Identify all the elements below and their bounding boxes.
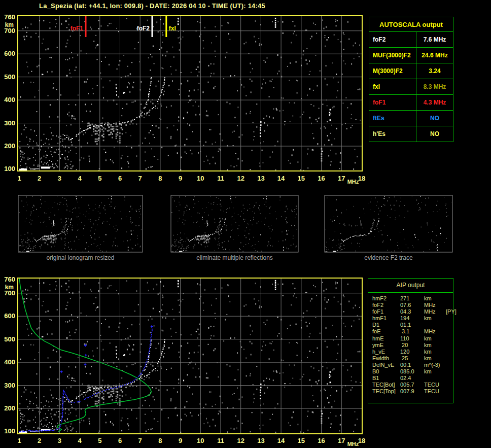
aip-extra-cell (446, 382, 453, 388)
ionogram-scatter-layer (19, 280, 361, 434)
aip-label-cell: foF1 (372, 308, 400, 315)
x-tick-label: 17 (338, 175, 345, 182)
aip-label-cell: DelN_vE (372, 362, 400, 368)
x-tick-label: 8 (158, 437, 162, 444)
aip-row-b1: B102.4 (368, 375, 453, 382)
aip-label-cell: hmF1 (372, 315, 400, 322)
x-tick-label: 18 (358, 437, 365, 444)
x-tick-label: 8 (158, 175, 162, 182)
aip-extra-cell (446, 322, 453, 328)
aip-value-cell: 194 (400, 315, 424, 322)
autoscala-value-cell: NO (416, 126, 453, 142)
autoscala-label-cell: foF2 (369, 32, 416, 47)
autoscala-value-cell: 8.3 MHz (416, 79, 453, 94)
x-tick-label: 16 (318, 175, 325, 182)
profile-plot: 760700600500400300200100km12345678910111… (4, 275, 365, 447)
aip-row-delnve: DelN_vE00.1m^(-3) (368, 362, 453, 368)
y-axis-unit-label: km (5, 21, 14, 28)
aip-unit-cell: MHz (424, 302, 446, 308)
aip-extra-cell (446, 349, 453, 355)
thumbnail-plot-2 (324, 195, 452, 253)
aip-table-rows: hmF2271kmfoF207.6MHzfoF104.3MHz[PY]hmF11… (368, 293, 453, 395)
x-tick-label: 13 (257, 175, 264, 182)
y-tick-label: 100 (4, 165, 15, 173)
y-tick-label: 400 (4, 96, 15, 104)
y-tick-label: 300 (4, 119, 15, 127)
aip-value-cell: 120 (400, 349, 424, 355)
thumbnail-caption-f2trace: evidence F2 trace (325, 254, 452, 261)
plot-grid (18, 279, 362, 433)
y-tick-label: 760 (4, 275, 15, 283)
fxi-marker-line (165, 16, 167, 37)
autoscala-value-cell: 4.3 MHz (416, 95, 453, 110)
aip-value-cell: 005.7 (400, 382, 424, 388)
aip-row-b0: B0085.0km (368, 368, 453, 375)
x-axis-unit-label: MHz (347, 179, 359, 185)
aip-value-cell: 25 (400, 355, 424, 362)
x-tick-label: 10 (197, 437, 204, 444)
aip-unit-cell: TECU (424, 382, 446, 388)
autoscala-row-fof2: foF27.6 MHz (369, 32, 453, 47)
aip-row-fof2: foF207.6MHz (368, 302, 453, 308)
thumbnail-border (171, 195, 298, 252)
x-tick-label: 2 (38, 437, 41, 444)
aip-extra-cell (446, 388, 453, 395)
ionogram-scatter-layer (19, 18, 361, 171)
y-tick-label: 500 (4, 335, 15, 343)
aip-unit-cell: km (424, 315, 446, 322)
autoscala-row-hes: h'EsNO (369, 126, 453, 142)
thumbnail-caption-reflections: eliminate multiple reflections (171, 254, 298, 261)
aip-row-foe: foE 3.1MHz (368, 328, 453, 335)
aip-label-cell: foF2 (372, 302, 400, 308)
plot-grid (18, 16, 362, 170)
aip-value-cell: 271 (400, 295, 424, 302)
y-tick-label: 400 (4, 358, 15, 366)
fof2-marker-line (152, 16, 153, 37)
aip-label-cell: foE (372, 328, 400, 335)
aip-label-cell: ymE (372, 342, 400, 349)
aip-output-table: AIP output hmF2271kmfoF207.6MHzfoF104.3M… (368, 278, 453, 403)
x-tick-label: 15 (298, 437, 305, 444)
fxi-marker-label: fxI (169, 25, 176, 32)
x-tick-label: 6 (118, 175, 122, 182)
aip-unit-cell: TECU (424, 388, 446, 395)
aip-label-cell: TEC[Top] (372, 388, 400, 395)
x-tick-label: 14 (277, 175, 285, 182)
x-tick-label: 11 (217, 175, 224, 182)
aip-label-cell: hmF2 (372, 295, 400, 302)
x-tick-label: 12 (237, 175, 244, 182)
autoscala-label-cell: M(3000)F2 (369, 63, 416, 79)
aip-extra-cell (446, 328, 453, 335)
aip-value-cell: 085.0 (400, 368, 424, 375)
aip-row-ewidth: Ewidth 25km (368, 355, 453, 362)
restored-trace-blue-layer (19, 325, 153, 432)
aip-row-hme: hmE110km (368, 335, 453, 342)
aip-extra-cell (446, 335, 453, 342)
aip-label-cell: D1 (372, 322, 400, 328)
thumbnail-plot-1 (170, 195, 298, 254)
y-tick-label: 300 (4, 382, 15, 389)
aip-unit-cell (424, 375, 446, 382)
aip-value-cell: 04.3 (400, 308, 424, 315)
aip-row-yme: ymE 20km (368, 342, 453, 349)
aip-extra-cell (446, 375, 453, 382)
aip-value-cell: 07.6 (400, 302, 424, 308)
autoscala-table-title: AUTOSCALA output (369, 17, 453, 32)
aip-row-hmf2: hmF2271km (368, 295, 453, 302)
aip-extra-cell: [PY] (446, 308, 457, 315)
autoscala-label-cell: foF1 (369, 95, 416, 110)
x-axis-unit-label: MHz (347, 441, 359, 447)
aip-value-cell: 3.1 (400, 328, 424, 335)
aip-label-cell: TEC[Bot] (372, 382, 400, 388)
x-tick-label: 16 (318, 437, 325, 444)
aip-row-hmf1: hmF1194km (368, 315, 453, 322)
aip-unit-cell: MHz (424, 328, 446, 335)
x-tick-label: 12 (237, 437, 244, 444)
y-tick-label: 500 (4, 73, 15, 81)
autoscala-value-cell: 3.24 (416, 63, 453, 79)
y-tick-label: 600 (4, 50, 15, 57)
aip-label-cell: hmE (372, 335, 400, 342)
aip-row-fof1: foF104.3MHz[PY] (368, 308, 453, 315)
aip-row-d1: D101.1 (368, 322, 453, 328)
aip-unit-cell (424, 322, 446, 328)
